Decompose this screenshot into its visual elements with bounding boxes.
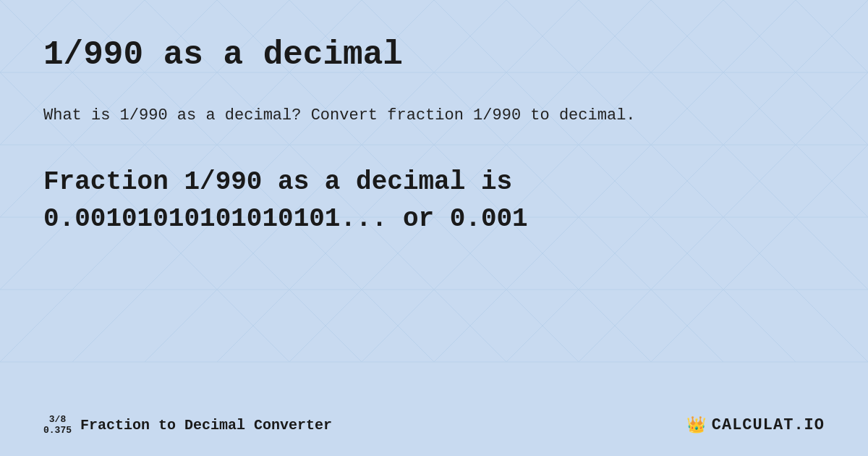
result-text: Fraction 1/990 as a decimal is 0.0010101…	[43, 164, 825, 237]
page-title: 1/990 as a decimal	[43, 36, 825, 74]
logo-icon: 👑	[686, 415, 706, 435]
logo-area: 👑 CALCULAT.IO	[686, 415, 825, 435]
description-text: What is 1/990 as a decimal? Convert frac…	[43, 103, 825, 128]
fraction-denominator: 0.375	[43, 426, 72, 436]
main-content: 1/990 as a decimal What is 1/990 as a de…	[0, 0, 868, 303]
footer-left: 3/8 0.375 Fraction to Decimal Converter	[43, 415, 332, 436]
fraction-icon: 3/8 0.375	[43, 415, 72, 436]
fraction-numerator: 3/8	[49, 415, 66, 425]
footer: 3/8 0.375 Fraction to Decimal Converter …	[43, 415, 825, 436]
footer-label: Fraction to Decimal Converter	[80, 417, 332, 434]
logo-text: CALCULAT.IO	[712, 416, 825, 434]
